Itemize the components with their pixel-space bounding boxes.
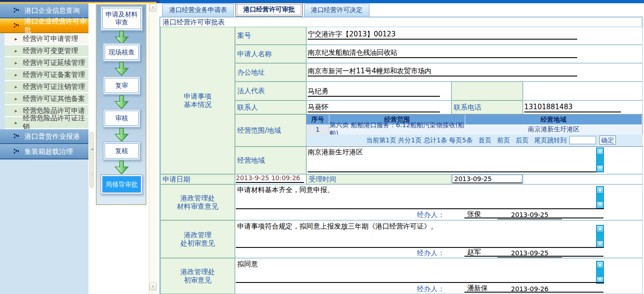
handler-date-field[interactable]: 2013-09-25 <box>498 249 562 258</box>
flow-step-label: 复审 <box>115 82 128 89</box>
flow-step-application-material-review[interactable]: 申请及材料审查 <box>102 8 141 29</box>
arrow-icon: ▸ <box>15 96 18 102</box>
dotted-arrow-icon <box>14 132 20 141</box>
sidebar-item-port-enterprise-info-query[interactable]: 港口企业信息查询 <box>0 3 88 18</box>
scope-row-area: 南京港新生圩港区 <box>465 124 642 135</box>
business-area-field[interactable]: 南京港新生圩港区 <box>308 148 363 157</box>
flow-step-bureau-leader-approval[interactable]: 局领导审批 <box>102 176 141 193</box>
business-area-scrollbar[interactable]: ▲ ▼ <box>596 147 604 172</box>
material-review-opinion-text[interactable]: 申请材料基本齐全，同意申报。 <box>237 186 334 194</box>
sidebar-collapse-handle[interactable]: ◂ ⋮ <box>89 132 94 188</box>
initial-review-opinion-text[interactable]: 拟同意 <box>237 260 258 269</box>
pagination-prev-link[interactable]: 前页 <box>497 136 510 144</box>
arrow-icon: ▸ <box>15 108 18 114</box>
jump-to-label: 跳转到 <box>547 136 567 145</box>
contact-person-field[interactable]: 马葵怀 <box>308 102 440 112</box>
pagination-summary: 当前第1页 共分1页 总计1条 每页5条 <box>366 136 473 144</box>
pagination-last-link[interactable]: 尾页 <box>534 136 547 144</box>
arrow-icon: ▸ <box>15 84 18 90</box>
flow-step-label: 申请及材料审查 <box>103 11 141 26</box>
office-address-field[interactable]: 南京市新河一村11号4幢郑和农贸市场内 <box>308 66 577 76</box>
collapse-left-arrow-icon: ◂ <box>90 147 94 151</box>
contact-person-label: 联系人 <box>235 100 306 114</box>
arrow-icon: ▸ <box>15 72 18 78</box>
opinion2-underline <box>236 238 604 248</box>
scope-area-label: 经营范围/地域 <box>235 114 306 147</box>
legal-rep-label: 法人代表 <box>235 82 306 100</box>
applicant-name-label: 申请人名称 <box>235 45 306 63</box>
case-number-field[interactable]: 宁交港许字【2013】00123 <box>308 29 577 40</box>
sidebar-item-label: 集装箱超载治理 <box>24 147 73 156</box>
flow-step-label: 现场核查 <box>109 48 135 56</box>
submenu-label: 经营许可申请管理 <box>23 35 78 43</box>
jump-confirm-button[interactable]: 确定 <box>599 135 616 145</box>
opinion3-underline <box>236 273 604 283</box>
preliminary-review-opinion-label: 港政管理处初审意见 <box>160 220 235 258</box>
sidebar: 港口企业信息查询 港口企业经营许可审批 ▸ 经营许可申请管理 ▸ 经营许可变更管… <box>0 3 88 294</box>
scroll-down-button[interactable]: ∨ <box>149 282 157 290</box>
submenu-label: 经营许可证注销管理 <box>23 82 85 91</box>
apply-date-field[interactable]: 2013-9-25 10:09:26 <box>236 173 304 183</box>
flow-step-re-review[interactable]: 复审 <box>105 78 139 93</box>
handler-label: 经办人： <box>417 211 445 219</box>
preliminary-review-opinion-text[interactable]: 申请事项符合规定，拟同意上报发放三年期《港口经营许可证》。 <box>237 222 438 231</box>
accept-time-label: 受理时间 <box>306 174 451 184</box>
submenu-item-license-change-mgmt[interactable]: ▸ 经营许可变更管理 <box>5 45 88 57</box>
tab-port-license-decision[interactable]: 港口经营许可决定 <box>304 4 369 17</box>
handler-date-field[interactable]: 2013-09-26 <box>498 285 562 294</box>
scroll-up-icon[interactable]: ▲ <box>597 261 603 268</box>
pagination-first-link[interactable]: 首页 <box>478 136 491 144</box>
arrow-icon: ▸ <box>15 60 18 66</box>
scroll-down-icon[interactable]: ▼ <box>597 165 603 172</box>
form-title: 港口经营许可审批表 <box>163 18 225 27</box>
apply-date-label: 申请日期 <box>160 174 235 184</box>
empty-cell <box>523 174 643 184</box>
handler-label: 经办人： <box>417 285 445 294</box>
scroll-up-icon[interactable]: ▲ <box>597 148 603 155</box>
accept-time-field[interactable]: 2013-09-25 <box>452 175 522 183</box>
main-vertical-scrollbar[interactable] <box>149 3 157 294</box>
down-arrow-icon <box>114 128 129 142</box>
business-area-underline <box>308 162 604 172</box>
sidebar-item-general-cargo-report[interactable]: 港口普货作业报港 <box>0 129 88 144</box>
legal-rep-field[interactable]: 马纪勇 <box>308 87 440 97</box>
flow-step-label: 复核 <box>115 147 128 155</box>
scroll-track[interactable] <box>597 155 603 165</box>
sidebar-item-container-overload-control[interactable]: 集装箱超载治理 <box>0 144 88 159</box>
pagination-next-link[interactable]: 后页 <box>515 136 528 144</box>
sidebar-item-port-enterprise-license-approval[interactable]: 港口企业经营许可审批 <box>0 18 88 33</box>
flow-step-label: 局领导审批 <box>105 181 138 188</box>
tab-bar: 港口经营业务申请表 港口经营许可审批 港口经营许可决定 <box>162 4 371 17</box>
scroll-up-icon[interactable]: ▲ <box>597 187 603 194</box>
submenu-item-dangerous-goods-license-cancel[interactable]: ▸ 经营危险品许可证注销 <box>5 117 88 129</box>
submenu-label: 经营许可证延续管理 <box>23 59 85 67</box>
initial-review-opinion-label: 港政管理处初审意见 <box>160 258 235 294</box>
flow-step-recheck[interactable]: 复核 <box>105 143 139 159</box>
handler-date-field[interactable]: 2013-09-25 <box>498 211 562 219</box>
submenu-label: 经营许可证其他备案 <box>23 94 85 103</box>
dotted-arrow-icon <box>14 22 20 30</box>
submenu-item-license-cancel-mgmt[interactable]: ▸ 经营许可证注销管理 <box>5 81 88 93</box>
flow-step-audit[interactable]: 审核 <box>105 111 139 126</box>
tab-port-license-approval[interactable]: 港口经营许可审批 <box>235 3 303 17</box>
submenu-item-license-other-record[interactable]: ▸ 经营许可证其他备案 <box>5 93 88 105</box>
tab-port-business-application-form[interactable]: 港口经营业务申请表 <box>162 4 234 17</box>
scroll-up-button[interactable]: ∧ <box>149 4 157 12</box>
submenu-item-license-renewal-mgmt[interactable]: ▸ 经营许可证延续管理 <box>5 57 88 69</box>
contact-phone-field[interactable]: 13101881483 <box>524 102 621 112</box>
flow-step-onsite-check[interactable]: 现场核查 <box>105 45 139 60</box>
submenu-item-license-application-mgmt[interactable]: ▸ 经营许可申请管理 <box>5 33 88 45</box>
down-arrow-icon <box>114 95 129 109</box>
sidebar-item-label: 港口企业经营许可审批 <box>24 17 88 35</box>
scope-col-area-header: 经营地域 <box>465 115 642 124</box>
opinion1-underline <box>236 199 604 209</box>
arrow-icon: ▸ <box>15 48 18 54</box>
section-label-basic-info: 申请事项基本情况 <box>160 27 235 174</box>
applicant-name-field[interactable]: 南京纪发船舶清仓残油回收站 <box>308 48 577 58</box>
submenu-item-license-record-mgmt[interactable]: ▸ 经营许可证备案管理 <box>5 69 88 81</box>
sidebar-submenu: ▸ 经营许可申请管理 ▸ 经营许可变更管理 ▸ 经营许可证延续管理 ▸ 经营许可… <box>5 33 88 129</box>
jump-page-input[interactable] <box>569 136 596 144</box>
scope-row-scope: 第六类 船舶港口服务：6.12船舶污染物接收(船舶) <box>329 124 465 135</box>
scroll-up-icon[interactable]: ▲ <box>597 225 603 232</box>
handler-label: 经办人： <box>417 249 445 258</box>
